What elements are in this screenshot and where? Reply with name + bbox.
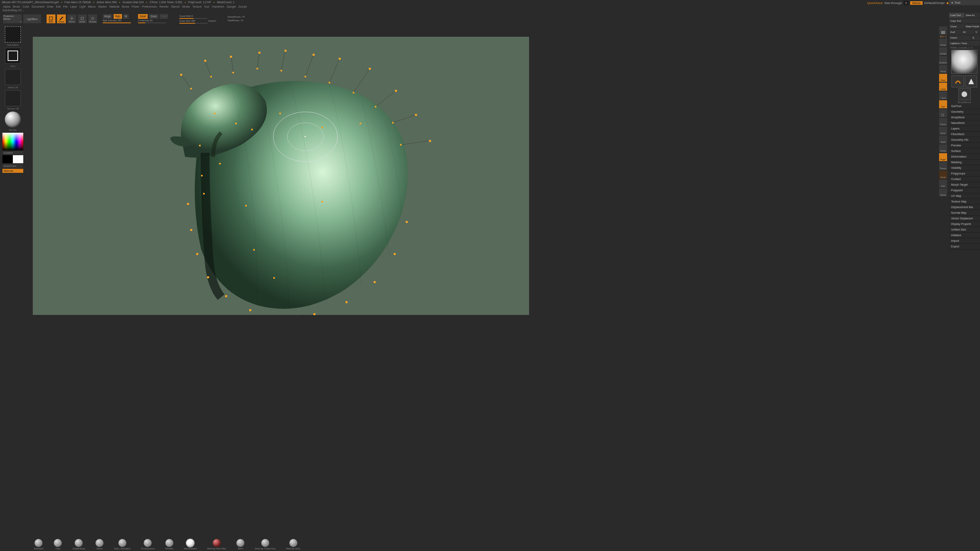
svg-rect-21	[313, 54, 315, 56]
menu-layer[interactable]: Layer	[70, 5, 77, 8]
z-intensity-slider[interactable]: Z Intensity 25	[138, 18, 152, 22]
app-title: ZBrush 4R7 P3 (x64)4R7_ZBrushSearchLight	[2, 1, 59, 4]
status-text: Subdividing UV…	[0, 9, 584, 13]
draw-size-slider[interactable]: Draw Size 184	[179, 19, 195, 23]
svg-rect-29	[232, 72, 234, 73]
svg-rect-32	[305, 76, 306, 77]
rgb-intensity-slider[interactable]: Rgb Intensity 100	[103, 18, 122, 22]
menu-document[interactable]: Document	[32, 5, 45, 8]
svg-rect-39	[187, 203, 189, 205]
menu-picker[interactable]: Picker	[132, 5, 139, 8]
menu-light[interactable]: Light	[79, 5, 85, 8]
menu-stencil[interactable]: Stencil	[171, 5, 179, 8]
svg-line-13	[376, 91, 396, 107]
svg-rect-33	[329, 82, 330, 83]
svg-line-11	[329, 59, 340, 83]
svg-rect-0	[49, 17, 53, 20]
svg-line-16	[181, 75, 191, 89]
svg-rect-31	[281, 70, 282, 71]
svg-rect-62	[321, 201, 323, 203]
menu-color[interactable]: Color	[22, 5, 29, 8]
svg-rect-18	[230, 56, 232, 58]
svg-rect-61	[245, 205, 247, 207]
stroke-thumb[interactable]	[5, 26, 21, 43]
material-thumb[interactable]	[5, 111, 21, 128]
svg-rect-48	[374, 281, 376, 283]
menu-edit[interactable]: Edit	[56, 5, 61, 8]
rect-thumb[interactable]	[5, 48, 21, 64]
svg-line-9	[281, 51, 285, 71]
svg-line-7	[231, 57, 233, 73]
svg-point-2	[91, 17, 94, 20]
svg-rect-5	[305, 136, 306, 137]
focal-shift-slider[interactable]: Focal Shift 0	[179, 14, 193, 18]
menu-movie[interactable]: Movie	[122, 5, 129, 8]
edit-mode-button[interactable]: Edit	[47, 14, 55, 23]
menu-texture[interactable]: Texture	[192, 5, 201, 8]
switchcolor-button[interactable]: SwitchColor	[2, 164, 23, 168]
menu-tool[interactable]: Tool	[204, 5, 209, 8]
menu-brush[interactable]: Brush	[13, 5, 20, 8]
menu-zscript[interactable]: Zscript	[238, 5, 247, 8]
gradient-toggle[interactable]: Gradient	[2, 151, 23, 154]
color-picker[interactable]	[2, 133, 23, 150]
svg-rect-37	[400, 144, 402, 146]
svg-rect-44	[249, 309, 251, 311]
svg-line-10	[305, 55, 313, 77]
move-mode-button[interactable]: Move	[67, 14, 76, 23]
svg-rect-36	[392, 122, 394, 124]
rotate-mode-button[interactable]: Rotate	[88, 14, 97, 23]
svg-rect-42	[207, 276, 209, 278]
svg-rect-25	[415, 114, 417, 116]
svg-rect-54	[279, 113, 281, 114]
menu-zplugin[interactable]: Zplugin	[227, 5, 236, 8]
svg-rect-1	[81, 17, 83, 20]
draw-mode-button[interactable]: Draw	[57, 14, 66, 23]
menu-render[interactable]: Render	[159, 5, 169, 8]
svg-rect-64	[273, 277, 275, 279]
menu-file[interactable]: File	[63, 5, 67, 8]
svg-rect-63	[253, 249, 255, 251]
svg-rect-46	[313, 313, 315, 315]
svg-rect-49	[394, 253, 396, 255]
svg-rect-41	[196, 253, 198, 255]
menu-marker[interactable]: Marker	[98, 5, 107, 8]
menu-draw[interactable]: Draw	[47, 5, 53, 8]
svg-rect-51	[214, 113, 216, 114]
svg-rect-52	[235, 123, 237, 124]
svg-rect-22	[339, 58, 341, 60]
svg-rect-17	[204, 60, 206, 62]
total-points-label: TotalPoints: 74	[228, 19, 245, 22]
svg-rect-56	[360, 123, 361, 124]
svg-rect-53	[251, 129, 253, 130]
svg-rect-23	[369, 68, 371, 70]
menu-preferences[interactable]: Preferences	[142, 5, 157, 8]
svg-rect-58	[219, 163, 221, 164]
projection-master-button[interactable]: Projection Master↘	[3, 14, 22, 23]
menu-transform[interactable]: Transform	[211, 5, 224, 8]
texture-thumb[interactable]	[5, 90, 21, 106]
top-toolbar: Projection Master↘ LightBox Edit Draw Mo…	[0, 13, 584, 24]
svg-line-12	[354, 69, 370, 93]
lightbox-button[interactable]: LightBox	[23, 14, 41, 23]
color-swatches[interactable]	[2, 155, 23, 163]
menu-macro[interactable]: Macro	[88, 5, 96, 8]
svg-line-8	[257, 53, 259, 69]
svg-rect-35	[375, 106, 376, 107]
svg-rect-55	[321, 127, 323, 128]
svg-line-15	[401, 141, 430, 145]
svg-rect-28	[210, 76, 212, 77]
svg-rect-26	[429, 140, 431, 142]
svg-rect-40	[190, 229, 192, 231]
viewport[interactable]	[32, 36, 530, 316]
menu-material[interactable]: Material	[109, 5, 119, 8]
main-menu: Alpha Brush Color Document Draw Edit Fil…	[0, 4, 584, 9]
svg-rect-24	[395, 90, 397, 92]
menu-alpha[interactable]: Alpha	[3, 5, 10, 8]
alpha-thumb[interactable]	[5, 69, 21, 85]
svg-rect-20	[285, 50, 287, 52]
svg-rect-30	[256, 68, 258, 69]
scale-mode-button[interactable]: Scale	[78, 14, 87, 23]
menu-stroke[interactable]: Stroke	[182, 5, 190, 8]
alternate-button[interactable]: Alternate	[2, 169, 23, 173]
